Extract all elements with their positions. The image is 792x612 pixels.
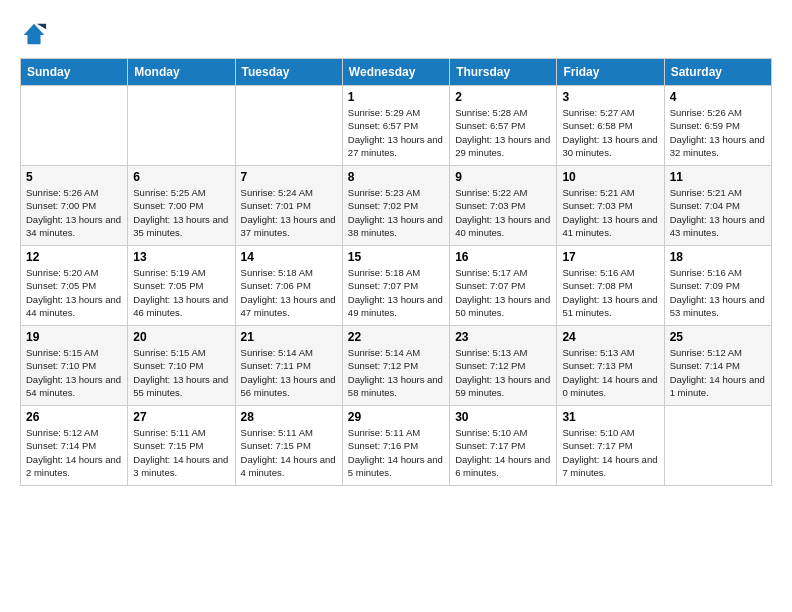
calendar-cell: 17Sunrise: 5:16 AM Sunset: 7:08 PM Dayli… — [557, 246, 664, 326]
day-number: 6 — [133, 170, 229, 184]
day-info: Sunrise: 5:21 AM Sunset: 7:03 PM Dayligh… — [562, 186, 658, 239]
day-info: Sunrise: 5:29 AM Sunset: 6:57 PM Dayligh… — [348, 106, 444, 159]
calendar-cell: 2Sunrise: 5:28 AM Sunset: 6:57 PM Daylig… — [450, 86, 557, 166]
day-number: 24 — [562, 330, 658, 344]
calendar-cell: 11Sunrise: 5:21 AM Sunset: 7:04 PM Dayli… — [664, 166, 771, 246]
day-info: Sunrise: 5:13 AM Sunset: 7:12 PM Dayligh… — [455, 346, 551, 399]
day-number: 12 — [26, 250, 122, 264]
day-info: Sunrise: 5:16 AM Sunset: 7:09 PM Dayligh… — [670, 266, 766, 319]
calendar-cell: 20Sunrise: 5:15 AM Sunset: 7:10 PM Dayli… — [128, 326, 235, 406]
day-info: Sunrise: 5:11 AM Sunset: 7:15 PM Dayligh… — [241, 426, 337, 479]
calendar-cell: 26Sunrise: 5:12 AM Sunset: 7:14 PM Dayli… — [21, 406, 128, 486]
day-number: 13 — [133, 250, 229, 264]
day-info: Sunrise: 5:14 AM Sunset: 7:12 PM Dayligh… — [348, 346, 444, 399]
calendar-cell: 6Sunrise: 5:25 AM Sunset: 7:00 PM Daylig… — [128, 166, 235, 246]
day-number: 23 — [455, 330, 551, 344]
day-info: Sunrise: 5:21 AM Sunset: 7:04 PM Dayligh… — [670, 186, 766, 239]
day-info: Sunrise: 5:18 AM Sunset: 7:07 PM Dayligh… — [348, 266, 444, 319]
calendar-cell: 7Sunrise: 5:24 AM Sunset: 7:01 PM Daylig… — [235, 166, 342, 246]
day-number: 7 — [241, 170, 337, 184]
calendar-cell: 5Sunrise: 5:26 AM Sunset: 7:00 PM Daylig… — [21, 166, 128, 246]
day-number: 27 — [133, 410, 229, 424]
calendar-cell: 18Sunrise: 5:16 AM Sunset: 7:09 PM Dayli… — [664, 246, 771, 326]
calendar-cell: 12Sunrise: 5:20 AM Sunset: 7:05 PM Dayli… — [21, 246, 128, 326]
calendar-cell — [128, 86, 235, 166]
calendar-cell: 19Sunrise: 5:15 AM Sunset: 7:10 PM Dayli… — [21, 326, 128, 406]
day-info: Sunrise: 5:24 AM Sunset: 7:01 PM Dayligh… — [241, 186, 337, 239]
day-info: Sunrise: 5:16 AM Sunset: 7:08 PM Dayligh… — [562, 266, 658, 319]
day-info: Sunrise: 5:20 AM Sunset: 7:05 PM Dayligh… — [26, 266, 122, 319]
day-info: Sunrise: 5:11 AM Sunset: 7:15 PM Dayligh… — [133, 426, 229, 479]
day-info: Sunrise: 5:11 AM Sunset: 7:16 PM Dayligh… — [348, 426, 444, 479]
day-info: Sunrise: 5:19 AM Sunset: 7:05 PM Dayligh… — [133, 266, 229, 319]
day-number: 10 — [562, 170, 658, 184]
day-number: 3 — [562, 90, 658, 104]
day-info: Sunrise: 5:27 AM Sunset: 6:58 PM Dayligh… — [562, 106, 658, 159]
day-info: Sunrise: 5:18 AM Sunset: 7:06 PM Dayligh… — [241, 266, 337, 319]
day-number: 17 — [562, 250, 658, 264]
day-number: 5 — [26, 170, 122, 184]
calendar-week-row: 12Sunrise: 5:20 AM Sunset: 7:05 PM Dayli… — [21, 246, 772, 326]
calendar-cell — [235, 86, 342, 166]
day-info: Sunrise: 5:15 AM Sunset: 7:10 PM Dayligh… — [133, 346, 229, 399]
calendar-cell: 14Sunrise: 5:18 AM Sunset: 7:06 PM Dayli… — [235, 246, 342, 326]
calendar-week-row: 1Sunrise: 5:29 AM Sunset: 6:57 PM Daylig… — [21, 86, 772, 166]
day-info: Sunrise: 5:23 AM Sunset: 7:02 PM Dayligh… — [348, 186, 444, 239]
calendar-cell: 15Sunrise: 5:18 AM Sunset: 7:07 PM Dayli… — [342, 246, 449, 326]
day-number: 18 — [670, 250, 766, 264]
calendar-cell: 24Sunrise: 5:13 AM Sunset: 7:13 PM Dayli… — [557, 326, 664, 406]
calendar-cell: 8Sunrise: 5:23 AM Sunset: 7:02 PM Daylig… — [342, 166, 449, 246]
day-info: Sunrise: 5:26 AM Sunset: 6:59 PM Dayligh… — [670, 106, 766, 159]
calendar-cell: 29Sunrise: 5:11 AM Sunset: 7:16 PM Dayli… — [342, 406, 449, 486]
calendar-week-row: 19Sunrise: 5:15 AM Sunset: 7:10 PM Dayli… — [21, 326, 772, 406]
day-number: 8 — [348, 170, 444, 184]
day-number: 2 — [455, 90, 551, 104]
day-info: Sunrise: 5:13 AM Sunset: 7:13 PM Dayligh… — [562, 346, 658, 399]
day-number: 11 — [670, 170, 766, 184]
header-day: Wednesday — [342, 59, 449, 86]
day-number: 16 — [455, 250, 551, 264]
day-info: Sunrise: 5:14 AM Sunset: 7:11 PM Dayligh… — [241, 346, 337, 399]
day-number: 19 — [26, 330, 122, 344]
logo — [20, 20, 52, 48]
calendar-cell: 28Sunrise: 5:11 AM Sunset: 7:15 PM Dayli… — [235, 406, 342, 486]
day-info: Sunrise: 5:22 AM Sunset: 7:03 PM Dayligh… — [455, 186, 551, 239]
day-number: 15 — [348, 250, 444, 264]
calendar-cell: 1Sunrise: 5:29 AM Sunset: 6:57 PM Daylig… — [342, 86, 449, 166]
day-info: Sunrise: 5:10 AM Sunset: 7:17 PM Dayligh… — [455, 426, 551, 479]
calendar-cell: 21Sunrise: 5:14 AM Sunset: 7:11 PM Dayli… — [235, 326, 342, 406]
calendar-table: SundayMondayTuesdayWednesdayThursdayFrid… — [20, 58, 772, 486]
day-number: 1 — [348, 90, 444, 104]
calendar-body: 1Sunrise: 5:29 AM Sunset: 6:57 PM Daylig… — [21, 86, 772, 486]
calendar-cell: 25Sunrise: 5:12 AM Sunset: 7:14 PM Dayli… — [664, 326, 771, 406]
day-number: 26 — [26, 410, 122, 424]
day-number: 20 — [133, 330, 229, 344]
header-day: Friday — [557, 59, 664, 86]
day-info: Sunrise: 5:12 AM Sunset: 7:14 PM Dayligh… — [670, 346, 766, 399]
calendar-week-row: 26Sunrise: 5:12 AM Sunset: 7:14 PM Dayli… — [21, 406, 772, 486]
day-number: 22 — [348, 330, 444, 344]
day-info: Sunrise: 5:17 AM Sunset: 7:07 PM Dayligh… — [455, 266, 551, 319]
calendar-cell: 4Sunrise: 5:26 AM Sunset: 6:59 PM Daylig… — [664, 86, 771, 166]
calendar-cell: 9Sunrise: 5:22 AM Sunset: 7:03 PM Daylig… — [450, 166, 557, 246]
day-info: Sunrise: 5:28 AM Sunset: 6:57 PM Dayligh… — [455, 106, 551, 159]
header-day: Monday — [128, 59, 235, 86]
day-number: 31 — [562, 410, 658, 424]
header-day: Saturday — [664, 59, 771, 86]
day-number: 9 — [455, 170, 551, 184]
logo-icon — [20, 20, 48, 48]
day-info: Sunrise: 5:25 AM Sunset: 7:00 PM Dayligh… — [133, 186, 229, 239]
calendar-cell: 3Sunrise: 5:27 AM Sunset: 6:58 PM Daylig… — [557, 86, 664, 166]
calendar-cell: 31Sunrise: 5:10 AM Sunset: 7:17 PM Dayli… — [557, 406, 664, 486]
calendar-header: SundayMondayTuesdayWednesdayThursdayFrid… — [21, 59, 772, 86]
day-number: 25 — [670, 330, 766, 344]
calendar-cell: 10Sunrise: 5:21 AM Sunset: 7:03 PM Dayli… — [557, 166, 664, 246]
calendar-cell: 23Sunrise: 5:13 AM Sunset: 7:12 PM Dayli… — [450, 326, 557, 406]
day-info: Sunrise: 5:26 AM Sunset: 7:00 PM Dayligh… — [26, 186, 122, 239]
calendar-cell: 27Sunrise: 5:11 AM Sunset: 7:15 PM Dayli… — [128, 406, 235, 486]
calendar-cell — [664, 406, 771, 486]
day-number: 29 — [348, 410, 444, 424]
day-number: 4 — [670, 90, 766, 104]
header-day: Sunday — [21, 59, 128, 86]
svg-marker-0 — [24, 24, 45, 45]
